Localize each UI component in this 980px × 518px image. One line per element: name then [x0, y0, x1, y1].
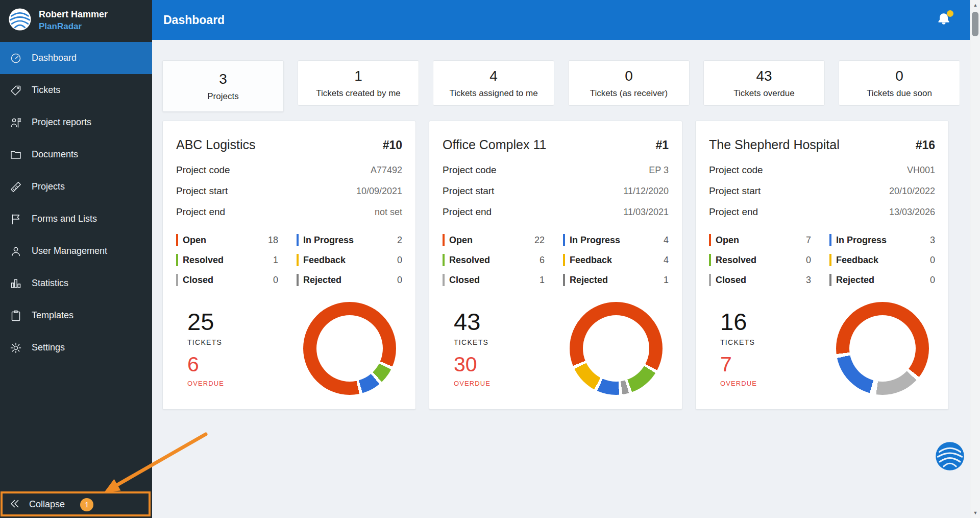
status-color-bar [829, 274, 831, 286]
project-number: #1 [655, 138, 669, 152]
sidebar-menu: Dashboard Tickets Project reports [0, 42, 152, 364]
project-start-value: 11/12/2020 [623, 186, 669, 197]
notification-bell-icon[interactable] [936, 12, 952, 28]
sidebar-item-statistics[interactable]: Statistics [0, 267, 152, 299]
tickets-label: TICKETS [454, 338, 491, 346]
planradar-watermark-logo [935, 441, 965, 471]
status-color-bar [297, 274, 299, 286]
scroll-down-arrow-icon[interactable]: ▼ [970, 508, 980, 518]
project-cards-row: ABC Logistics #10 Project codeA77492 Pro… [162, 121, 949, 410]
stat-tab-projects[interactable]: 3 Projects [162, 60, 284, 112]
notification-dot [947, 10, 953, 17]
sidebar-item-label: Project reports [32, 117, 91, 128]
status-color-bar [443, 234, 445, 246]
project-start-label: Project start [443, 185, 494, 197]
brand-name: PlanRadar [39, 21, 108, 32]
sidebar-item-dashboard[interactable]: Dashboard [0, 42, 152, 74]
project-number: #10 [383, 138, 402, 152]
sidebar-item-user-management[interactable]: User Management [0, 235, 152, 267]
stat-label: Tickets due soon [867, 88, 932, 99]
status-color-bar [176, 254, 178, 266]
stat-label: Tickets created by me [316, 88, 401, 99]
status-closed: Closed0 [176, 273, 278, 287]
sidebar-item-settings[interactable]: Settings [0, 332, 152, 364]
project-start-label: Project start [176, 185, 228, 197]
sidebar-item-templates[interactable]: Templates [0, 299, 152, 332]
sidebar-item-forms-and-lists[interactable]: Forms and Lists [0, 203, 152, 235]
status-color-bar [709, 274, 711, 286]
status-in-progress: In Progress4 [563, 233, 669, 247]
project-card-office-complex-11[interactable]: Office Complex 11 #1 Project codeEP 3 Pr… [429, 121, 682, 410]
project-name: Office Complex 11 [443, 137, 546, 152]
forms-flag-icon [9, 212, 22, 226]
stat-label: Tickets (as receiver) [590, 88, 668, 99]
user-block[interactable]: Robert Hammer PlanRadar [0, 0, 152, 41]
project-code-label: Project code [709, 164, 763, 176]
sidebar-item-documents[interactable]: Documents [0, 138, 152, 171]
sidebar: Robert Hammer PlanRadar Dashboard Ticket… [0, 0, 152, 518]
stat-tab-tickets-as-receiver[interactable]: 0 Tickets (as receiver) [568, 60, 690, 106]
project-end-value: 11/03/2021 [623, 207, 669, 218]
status-color-bar [297, 234, 299, 246]
page-title: Dashboard [163, 13, 225, 27]
project-end-label: Project end [709, 206, 758, 218]
stat-value: 0 [625, 68, 633, 84]
project-reports-person-flag-icon [9, 115, 22, 129]
project-card-abc-logistics[interactable]: ABC Logistics #10 Project codeA77492 Pro… [162, 121, 416, 410]
vertical-scrollbar[interactable]: ▲ ▼ [970, 0, 980, 518]
sidebar-item-label: Projects [32, 181, 65, 192]
status-open: Open18 [176, 233, 278, 247]
top-header: Dashboard [152, 0, 970, 40]
collapse-button[interactable]: Collapse 1 [0, 493, 152, 516]
scrollbar-thumb[interactable] [972, 12, 978, 36]
status-resolved: Resolved1 [176, 253, 278, 267]
project-end-value: not set [375, 207, 402, 218]
overdue-label: OVERDUE [720, 380, 757, 387]
sidebar-item-project-reports[interactable]: Project reports [0, 106, 152, 138]
status-in-progress: In Progress3 [829, 233, 935, 247]
project-code-label: Project code [176, 164, 230, 176]
status-feedback: Feedback0 [829, 253, 935, 267]
statistics-bars-icon [9, 276, 22, 290]
stat-tab-tickets-assigned-to-me[interactable]: 4 Tickets assigned to me [433, 60, 554, 106]
stat-value: 4 [489, 68, 498, 84]
status-color-bar [176, 234, 178, 246]
dashboard-gauge-icon [9, 51, 22, 65]
project-code-value: EP 3 [649, 165, 669, 176]
scroll-up-arrow-icon[interactable]: ▲ [970, 0, 980, 10]
stat-tab-tickets-created-by-me[interactable]: 1 Tickets created by me [298, 60, 419, 106]
status-color-bar [563, 234, 565, 246]
planradar-logo-icon [8, 8, 32, 33]
overdue-count: 30 [454, 354, 491, 375]
project-number: #16 [916, 138, 935, 152]
status-color-bar [443, 274, 445, 286]
stat-tab-tickets-due-soon[interactable]: 0 Tickets due soon [839, 60, 960, 106]
status-rejected: Rejected0 [297, 273, 402, 287]
status-color-bar [443, 254, 445, 266]
status-open: Open22 [443, 233, 545, 247]
overdue-label: OVERDUE [187, 380, 224, 387]
templates-clipboard-icon [9, 309, 22, 322]
collapse-label: Collapse [29, 499, 65, 510]
sidebar-item-tickets[interactable]: Tickets [0, 74, 152, 106]
stat-tab-tickets-overdue[interactable]: 43 Tickets overdue [703, 60, 825, 106]
tickets-label: TICKETS [187, 338, 224, 346]
overdue-count: 6 [187, 354, 224, 375]
sidebar-item-projects[interactable]: Projects [0, 171, 152, 203]
project-end-value: 13/03/2026 [889, 207, 935, 218]
sidebar-item-label: Documents [32, 149, 78, 160]
status-resolved: Resolved0 [709, 253, 811, 267]
project-card-the-shepherd-hospital[interactable]: The Shepherd Hospital #16 Project codeVH… [695, 121, 949, 410]
status-color-bar [709, 234, 711, 246]
project-name: ABC Logistics [176, 137, 256, 152]
project-end-label: Project end [443, 206, 492, 218]
status-color-bar [563, 274, 565, 286]
tickets-donut-chart [836, 302, 929, 395]
status-color-bar [829, 234, 831, 246]
projects-ruler-icon [9, 180, 22, 194]
stat-label: Tickets overdue [733, 88, 794, 99]
stat-value: 43 [756, 68, 772, 84]
tickets-total: 25 [187, 310, 224, 334]
stat-value: 3 [219, 71, 227, 87]
tickets-label: TICKETS [720, 338, 757, 346]
